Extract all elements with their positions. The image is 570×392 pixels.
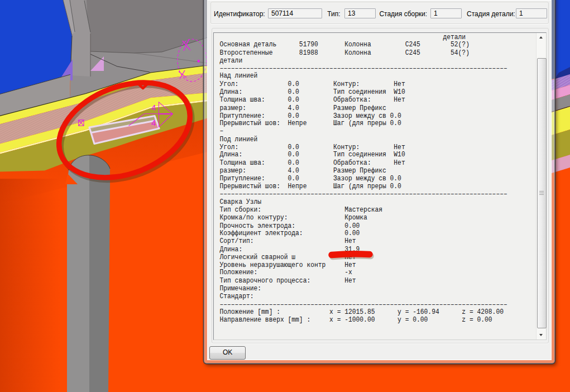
- svg-text:4: 4: [151, 103, 156, 112]
- svg-text:4: 4: [151, 118, 156, 127]
